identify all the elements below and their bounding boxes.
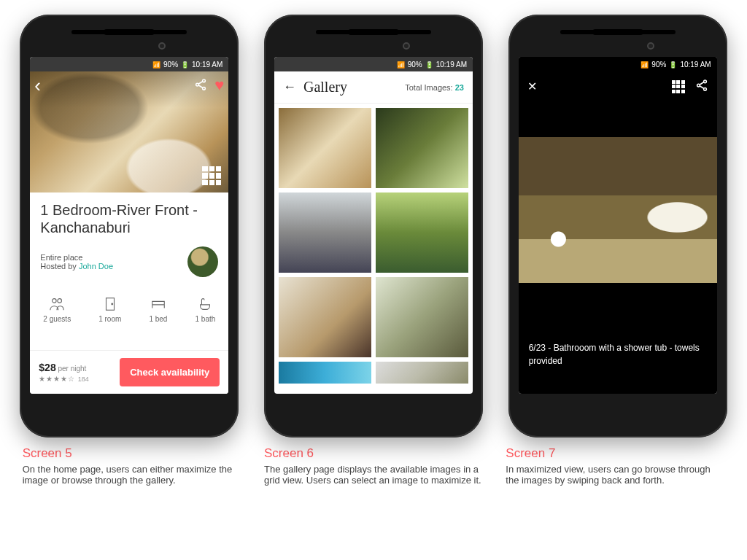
legend-title: Screen 7 bbox=[506, 446, 724, 461]
bath-icon bbox=[197, 296, 213, 312]
phone-5: 90% 10:19 AM ♥ bbox=[20, 15, 239, 438]
gallery-grid bbox=[274, 104, 473, 388]
total-images: Total Images: 23 bbox=[405, 83, 464, 92]
gallery-thumb[interactable] bbox=[376, 108, 468, 188]
status-bar: 90% 10:19 AM bbox=[30, 57, 228, 71]
signal-icon bbox=[152, 61, 160, 69]
battery-text: 90% bbox=[408, 61, 422, 69]
door-icon bbox=[102, 296, 118, 312]
fullscreen-image[interactable] bbox=[519, 137, 717, 283]
back-icon[interactable] bbox=[283, 79, 296, 95]
favorite-icon[interactable]: ♥ bbox=[214, 76, 224, 95]
svg-point-6 bbox=[112, 303, 113, 305]
status-bar: 90% 10:19 AM bbox=[519, 57, 717, 71]
bath-label: 1 bath bbox=[195, 315, 215, 323]
host-avatar[interactable] bbox=[187, 246, 218, 277]
legend-text: On the home page, users can either maxim… bbox=[23, 464, 241, 486]
battery-icon bbox=[669, 61, 677, 69]
host-name[interactable]: John Doe bbox=[79, 262, 113, 271]
legend-title: Screen 6 bbox=[264, 446, 483, 461]
legend-7: Screen 7 In maximized view, users can go… bbox=[506, 446, 724, 486]
bed-label: 1 bed bbox=[149, 315, 167, 323]
signal-icon bbox=[640, 61, 649, 69]
gallery-grid-icon[interactable] bbox=[202, 166, 221, 185]
legend-5: Screen 5 On the home page, users can eit… bbox=[23, 446, 241, 486]
gallery-thumb[interactable] bbox=[376, 192, 468, 273]
back-icon[interactable] bbox=[34, 76, 41, 95]
amenities-row: 2 guests 1 room 1 bed 1 bath bbox=[40, 290, 218, 329]
close-icon[interactable] bbox=[527, 79, 537, 93]
legend-title: Screen 5 bbox=[23, 446, 241, 461]
check-availability-button[interactable]: Check availability bbox=[120, 358, 220, 386]
gallery-title: Gallery bbox=[303, 79, 347, 96]
gallery-thumb[interactable] bbox=[376, 362, 468, 384]
bed-icon bbox=[150, 296, 166, 312]
share-icon[interactable] bbox=[695, 79, 708, 94]
image-caption: 6/23 - Bathrooom with a shower tub - tow… bbox=[529, 341, 707, 368]
clock-text: 10:19 AM bbox=[680, 61, 711, 69]
legend-6: Screen 6 The gallery page displays the a… bbox=[264, 446, 483, 486]
guests-label: 2 guests bbox=[43, 315, 71, 323]
clock-text: 10:19 AM bbox=[436, 61, 467, 69]
status-bar: 90% 10:19 AM bbox=[274, 57, 473, 71]
hero-image[interactable]: ♥ bbox=[30, 71, 228, 192]
room-label: 1 room bbox=[98, 315, 121, 323]
phone-7: 90% 10:19 AM 6/23 - Bathrooom with a sho… bbox=[508, 15, 727, 438]
price-block: $28 per night ★★★★☆ 184 bbox=[39, 362, 88, 384]
legend-text: The gallery page displays the available … bbox=[264, 464, 483, 486]
grid-icon[interactable] bbox=[672, 80, 685, 93]
share-icon[interactable] bbox=[194, 78, 207, 93]
gallery-thumb[interactable] bbox=[279, 192, 371, 273]
rating-count: 184 bbox=[78, 376, 89, 383]
price-amount: $28 bbox=[39, 362, 55, 373]
legend-text: In maximized view, users can go browse t… bbox=[506, 464, 724, 486]
gallery-thumb[interactable] bbox=[279, 362, 371, 384]
clock-text: 10:19 AM bbox=[192, 61, 222, 69]
gallery-thumb[interactable] bbox=[376, 277, 468, 357]
place-type: Entire place bbox=[40, 253, 113, 262]
battery-text: 90% bbox=[163, 61, 178, 69]
listing-title: 1 Bedroom-River Front -Kanchanaburi bbox=[40, 201, 218, 236]
gallery-thumb[interactable] bbox=[279, 108, 371, 188]
svg-point-3 bbox=[53, 299, 57, 303]
battery-icon bbox=[425, 61, 433, 69]
gallery-thumb[interactable] bbox=[279, 277, 371, 357]
hosted-by: Hosted by John Doe bbox=[40, 262, 113, 271]
svg-point-4 bbox=[58, 299, 62, 303]
total-count: 23 bbox=[455, 83, 464, 92]
price-unit: per night bbox=[56, 365, 87, 373]
phone-6: 90% 10:19 AM Gallery Total Images: 23 bbox=[264, 15, 483, 438]
rating-stars: ★★★★☆ bbox=[39, 375, 75, 383]
battery-text: 90% bbox=[651, 61, 666, 69]
battery-icon bbox=[181, 61, 189, 69]
signal-icon bbox=[397, 61, 405, 69]
guests-icon bbox=[49, 296, 65, 312]
